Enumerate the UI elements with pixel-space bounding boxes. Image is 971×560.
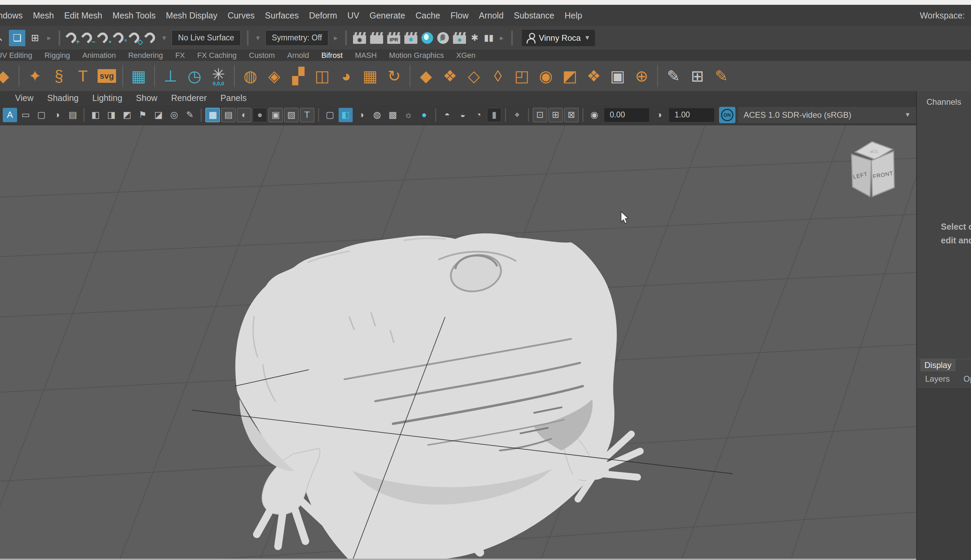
pressed-box-icon[interactable]: ▮ (487, 108, 501, 122)
make-live-icon[interactable] (145, 33, 157, 43)
type-tool-icon[interactable]: T (72, 64, 93, 88)
quad-grid-icon[interactable]: ▦ (359, 64, 381, 88)
attribute-book-icon[interactable]: A (3, 108, 17, 122)
filmstrip-icon[interactable]: ▤ (221, 108, 235, 122)
polygon-sphere-icon[interactable]: ◆ (0, 64, 14, 88)
camera-lock-icon[interactable]: ◨ (104, 108, 118, 122)
shaded-cube-icon[interactable]: ◧ (339, 108, 353, 122)
live-surface-field[interactable]: No Live Surface (172, 30, 241, 46)
viewport-menu-renderer[interactable]: Renderer (171, 93, 207, 103)
exposure-value[interactable]: 0.00 (604, 108, 649, 122)
pencil-curve-icon[interactable]: ✎ (711, 64, 732, 88)
color-management-toggle[interactable]: ON (719, 107, 736, 123)
viewcube-top-label[interactable]: TOP (870, 148, 878, 154)
ao-icon[interactable]: ◒ (456, 108, 470, 122)
tab-anim[interactable]: Anim (967, 359, 971, 372)
shelf-tab-fx-caching[interactable]: FX Caching (197, 51, 237, 60)
resolution-icon[interactable]: ▣ (269, 108, 283, 122)
sparkle-icon[interactable]: ✦ (24, 64, 45, 88)
render-sequence-icon[interactable]: ◆ (453, 32, 466, 44)
menu-help[interactable]: Help (565, 11, 582, 20)
open-render-view-icon[interactable] (370, 32, 383, 44)
menu-cache[interactable]: Cache (415, 11, 440, 20)
menu-mesh-tools[interactable]: Mesh Tools (113, 11, 156, 20)
film-gate-2-icon[interactable]: ◪ (151, 108, 166, 122)
textured-icon[interactable]: ▨ (284, 108, 299, 122)
menu-flow[interactable]: Flow (450, 11, 469, 20)
shelf-tab-bifrost[interactable]: Bifrost (321, 51, 342, 60)
layout-blocks-icon[interactable]: ▞ (288, 64, 309, 88)
options-menu[interactable]: Optio (963, 374, 971, 384)
shelf-tab-uv-editing[interactable]: UV Editing (0, 51, 32, 60)
shelf-tab-motion-graphics[interactable]: Motion Graphics (389, 51, 444, 60)
snap-origin-icon[interactable]: ✳0,0,0 (208, 64, 229, 88)
film-gate-icon[interactable]: ▭ (18, 108, 33, 122)
menu-mesh[interactable]: Mesh (33, 11, 54, 20)
menu-substance[interactable]: Substance (514, 11, 554, 20)
shelf-tab-mash[interactable]: MASH (355, 51, 377, 60)
shelf-tab-rendering[interactable]: Rendering (128, 51, 163, 60)
viewport-menu-panels[interactable]: Panels (220, 93, 247, 103)
menu-curves[interactable]: Curves (228, 11, 255, 20)
paint-effects-icon[interactable]: ✱ (471, 33, 478, 43)
snap-to-view-plane-icon[interactable]: ◇ (130, 33, 141, 43)
time-editor-icon[interactable]: ◷ (184, 64, 205, 88)
menu-ndows[interactable]: ndows (0, 11, 23, 20)
pause-icon[interactable]: ▮▮ (484, 33, 494, 43)
layer-list-area[interactable] (917, 388, 971, 560)
menu-generate[interactable]: Generate (369, 11, 405, 20)
menu-mesh-display[interactable]: Mesh Display (166, 11, 217, 20)
unfold-icon[interactable]: ◰ (511, 64, 532, 88)
hex-prism-icon[interactable]: ◊ (487, 64, 509, 88)
cancel-render-icon[interactable]: ✗ (437, 32, 449, 44)
isolate-add-icon[interactable]: ⊞ (549, 108, 563, 122)
shelf-tab-arnold[interactable]: Arnold (287, 51, 309, 60)
exposure-icon[interactable]: ◉ (587, 108, 602, 122)
curve-tool-icon[interactable]: ✎ (663, 64, 684, 88)
xray-icon[interactable]: ◍ (370, 108, 384, 122)
teal-light-icon[interactable]: ● (417, 108, 431, 122)
collapse-arrow[interactable]: ▸ (334, 33, 338, 42)
image-plane-icon[interactable]: ▤ (66, 108, 80, 122)
wireframe-icon[interactable]: ▦ (205, 108, 220, 122)
bookmark-icon[interactable]: ⚑ (135, 108, 150, 122)
channels-menu[interactable]: Channels (926, 97, 961, 107)
diamond-cluster-icon[interactable]: ◇ (463, 64, 484, 88)
render-current-frame-icon[interactable]: ◉ (353, 32, 366, 44)
hud-text-icon[interactable]: T (300, 108, 314, 122)
camera-attributes-icon[interactable]: ◩ (120, 108, 134, 122)
sphere-project-icon[interactable]: ◍ (240, 64, 261, 88)
snap-to-point-icon[interactable]: • (98, 33, 109, 43)
isolate-select-icon[interactable]: ⊡ (533, 108, 547, 122)
toad-model[interactable] (235, 233, 640, 560)
construction-plane-icon[interactable]: ⊥ (160, 64, 181, 88)
menu-arnold[interactable]: Arnold (479, 11, 504, 20)
symmetry-arrow[interactable]: ▾ (256, 33, 260, 42)
viewport-menu-show[interactable]: Show (136, 93, 157, 103)
diamond-circle-icon[interactable]: ◈ (264, 64, 285, 88)
snap-to-grid-icon[interactable]: + (67, 33, 78, 43)
render-settings-icon[interactable]: ✱ (404, 32, 417, 44)
select-by-component-icon[interactable]: ⊞ (27, 30, 43, 46)
snap-more-arrow[interactable]: ▾ (162, 33, 166, 42)
retopologize-icon[interactable]: ↻ (384, 64, 405, 88)
ipr-render-icon[interactable]: IPR (387, 32, 400, 44)
fade-icon[interactable]: ⊠ (564, 108, 579, 122)
select-highlight-icon[interactable]: ⌖ (510, 108, 524, 122)
grease-pencil-icon[interactable]: ✎ (183, 108, 197, 122)
select-by-object-icon[interactable]: ❏ (9, 30, 25, 46)
spreadsheet-icon[interactable]: ▦ (128, 64, 149, 88)
frame-transform-icon[interactable]: ▣ (607, 64, 628, 88)
shaded-sphere-icon[interactable]: ◐ (237, 108, 251, 122)
camera-icon[interactable]: ◧ (88, 108, 103, 122)
perspective-viewport[interactable]: TOP LEFT FRONT (0, 125, 916, 560)
diamonds-icon[interactable]: ❖ (583, 64, 604, 88)
shelf-tab-custom[interactable]: Custom (249, 51, 275, 60)
crystal-sparkle-icon[interactable]: ❖ (439, 64, 460, 88)
material-sphere-icon[interactable]: ◑ (354, 108, 369, 122)
collapse-arrow[interactable]: ▸ (500, 33, 504, 42)
snap-to-projected-center-icon[interactable]: ° (114, 33, 125, 43)
sculpt-sphere-icon[interactable]: ◕ (335, 64, 357, 88)
wheel-icon[interactable]: ◉ (535, 64, 556, 88)
viewport-menu-lighting[interactable]: Lighting (92, 93, 123, 103)
